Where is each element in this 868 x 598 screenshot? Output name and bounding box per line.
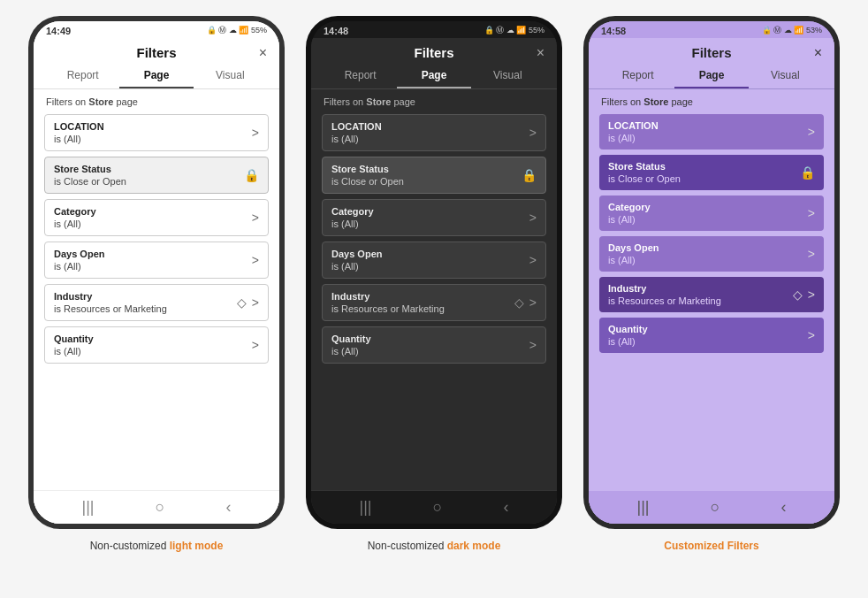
tab-report[interactable]: Report xyxy=(46,64,119,88)
tab-page[interactable]: Page xyxy=(397,64,470,88)
filter-card-1[interactable]: Store Statusis Close or Open🔒 xyxy=(322,157,546,194)
nav-back-icon[interactable]: ‹ xyxy=(225,498,231,517)
chevron-right-icon: > xyxy=(808,328,815,342)
filter-label: Industry xyxy=(608,283,815,294)
nav-bar: |||○‹ xyxy=(589,491,834,524)
phones-container: 14:49 🔒 Ⓜ ☁ 📶 55% Filters × ReportPageVi… xyxy=(28,9,840,552)
filters-subtitle: Filters on Store page xyxy=(589,89,834,111)
filter-card-icons: > xyxy=(529,126,537,140)
filter-card-1[interactable]: Store Statusis Close or Open🔒 xyxy=(599,155,824,190)
tab-visual[interactable]: Visual xyxy=(194,64,267,88)
filter-card-0[interactable]: LOCATIONis (All)> xyxy=(322,114,546,151)
status-bar: 14:49 🔒 Ⓜ ☁ 📶 55% xyxy=(34,21,279,38)
filter-card-icons: 🔒 xyxy=(244,168,259,182)
filter-card-0[interactable]: LOCATIONis (All)> xyxy=(44,114,269,151)
filter-label: Quantity xyxy=(54,334,259,344)
phone-wrapper-dark: 14:48 🔒 Ⓜ ☁ 📶 55% Filters × ReportPageVi… xyxy=(306,16,562,552)
panel-title: Filters xyxy=(691,45,731,60)
close-button[interactable]: × xyxy=(814,45,822,61)
tab-visual[interactable]: Visual xyxy=(749,64,822,88)
filter-card-3[interactable]: Days Openis (All)> xyxy=(322,242,546,279)
tab-page[interactable]: Page xyxy=(674,64,748,88)
lock-icon: 🔒 xyxy=(244,168,259,182)
tab-report[interactable]: Report xyxy=(324,64,397,88)
filter-value: is (All) xyxy=(54,346,259,356)
filter-card-5[interactable]: Quantityis (All)> xyxy=(44,326,269,364)
filter-card-0[interactable]: LOCATIONis (All)> xyxy=(599,114,824,150)
filter-card-2[interactable]: Categoryis (All)> xyxy=(44,199,269,236)
chevron-right-icon: > xyxy=(252,295,259,310)
filter-card-1[interactable]: Store Statusis Close or Open🔒 xyxy=(44,157,269,194)
filter-card-2[interactable]: Categoryis (All)> xyxy=(322,199,546,236)
nav-home-icon[interactable]: ○ xyxy=(711,498,720,517)
phone-wrapper-purple: 14:58 🔒 Ⓜ ☁ 📶 53% Filters × ReportPageVi… xyxy=(583,16,840,552)
filter-card-icons: 🔒 xyxy=(800,165,815,180)
nav-back-icon[interactable]: ‹ xyxy=(503,498,508,517)
nav-menu-icon[interactable]: ||| xyxy=(637,498,650,517)
nav-back-icon[interactable]: ‹ xyxy=(780,498,786,517)
filter-card-icons: > xyxy=(529,211,537,225)
phone-wrapper-light: 14:49 🔒 Ⓜ ☁ 📶 55% Filters × ReportPageVi… xyxy=(28,16,285,552)
nav-home-icon[interactable]: ○ xyxy=(156,498,165,517)
tabs-bar: ReportPageVisual xyxy=(589,64,834,89)
filter-card-4[interactable]: Industryis Resources or Marketing◇> xyxy=(322,284,546,321)
filter-label: Days Open xyxy=(54,249,259,259)
filter-label: Category xyxy=(54,206,259,217)
filter-card-3[interactable]: Days Openis (All)> xyxy=(44,242,269,279)
filter-card-icons: > xyxy=(808,206,815,220)
phone-light: 14:49 🔒 Ⓜ ☁ 📶 55% Filters × ReportPageVi… xyxy=(28,16,285,529)
filter-card-4[interactable]: Industryis Resources or Marketing◇> xyxy=(44,284,269,321)
panel-header: Filters × xyxy=(589,38,834,64)
chevron-right-icon: > xyxy=(252,126,259,140)
close-button[interactable]: × xyxy=(259,45,267,61)
nav-menu-icon[interactable]: ||| xyxy=(82,498,95,517)
filter-card-icons: > xyxy=(252,253,259,267)
filter-value: is (All) xyxy=(608,214,815,225)
chevron-right-icon: > xyxy=(808,206,815,220)
filter-card-icons: ◇> xyxy=(793,288,815,302)
caption-highlight: Customized Filters xyxy=(664,540,758,552)
tab-report[interactable]: Report xyxy=(601,64,674,88)
filter-card-icons: > xyxy=(529,253,537,267)
phone-dark: 14:48 🔒 Ⓜ ☁ 📶 55% Filters × ReportPageVi… xyxy=(306,16,562,529)
tab-visual[interactable]: Visual xyxy=(471,64,544,88)
nav-bar: |||○‹ xyxy=(34,490,279,524)
chevron-right-icon: > xyxy=(529,126,537,140)
filter-card-4[interactable]: Industryis Resources or Marketing◇> xyxy=(599,277,824,312)
tab-page[interactable]: Page xyxy=(119,64,193,88)
filter-card-5[interactable]: Quantityis (All)> xyxy=(322,326,546,364)
filter-value: is Resources or Marketing xyxy=(54,303,259,314)
filters-list: LOCATIONis (All)>Store Statusis Close or… xyxy=(34,111,279,490)
close-button[interactable]: × xyxy=(537,45,544,61)
nav-menu-icon[interactable]: ||| xyxy=(360,498,372,517)
chevron-right-icon: > xyxy=(252,253,259,267)
filter-label: Days Open xyxy=(608,242,815,253)
filter-panel: Filters × ReportPageVisualFilters on Sto… xyxy=(311,38,557,524)
chevron-right-icon: > xyxy=(529,211,537,225)
filter-card-3[interactable]: Days Openis (All)> xyxy=(599,236,824,272)
filter-label: Industry xyxy=(331,291,537,302)
filter-card-icons: > xyxy=(808,125,815,139)
diamond-icon: ◇ xyxy=(237,295,247,310)
panel-header: Filters × xyxy=(311,38,557,64)
nav-home-icon[interactable]: ○ xyxy=(433,498,443,517)
filter-card-icons: ◇> xyxy=(514,295,537,310)
filter-panel: Filters × ReportPageVisualFilters on Sto… xyxy=(34,38,279,524)
chevron-right-icon: > xyxy=(808,288,815,302)
caption-prefix: Non-customized xyxy=(368,540,447,552)
chevron-right-icon: > xyxy=(808,125,815,139)
panel-title: Filters xyxy=(414,45,453,60)
filter-value: is (All) xyxy=(54,134,259,144)
filter-label: LOCATION xyxy=(331,121,537,132)
filters-list: LOCATIONis (All)>Store Statusis Close or… xyxy=(589,111,834,491)
filter-card-2[interactable]: Categoryis (All)> xyxy=(599,196,824,231)
filter-card-5[interactable]: Quantityis (All)> xyxy=(599,318,824,353)
filter-panel: Filters × ReportPageVisualFilters on Sto… xyxy=(589,38,834,524)
chevron-right-icon: > xyxy=(529,338,537,352)
phone-caption: Non-customized dark mode xyxy=(368,540,501,552)
chevron-right-icon: > xyxy=(529,295,537,310)
filter-value: is (All) xyxy=(331,261,537,272)
caption-highlight: dark mode xyxy=(447,540,501,552)
filter-card-icons: > xyxy=(252,126,259,140)
chevron-right-icon: > xyxy=(808,247,815,261)
